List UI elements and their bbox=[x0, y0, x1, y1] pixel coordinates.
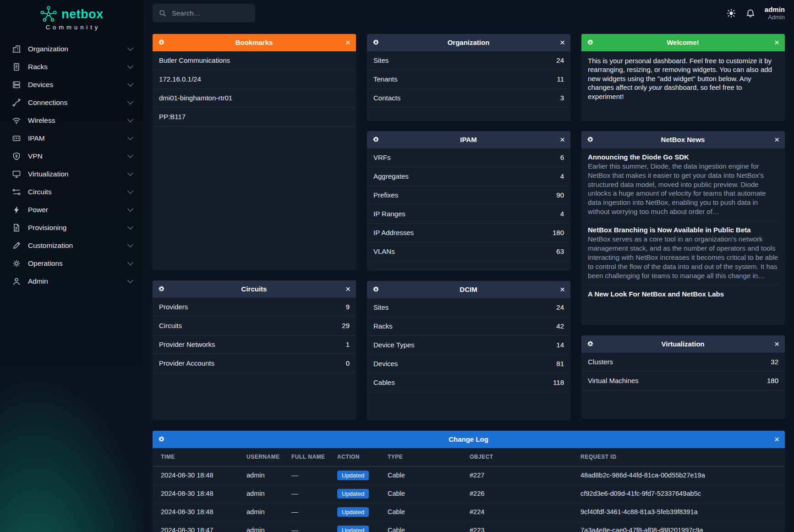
stat-row[interactable]: Providers9 bbox=[153, 298, 356, 317]
changelog-time-link[interactable]: 2024-08-30 18:47 bbox=[153, 521, 246, 532]
brand[interactable]: netbox Community bbox=[0, 0, 143, 31]
changelog-time-link[interactable]: 2024-08-30 18:48 bbox=[153, 484, 246, 503]
widget-config-icon[interactable] bbox=[372, 136, 379, 143]
close-icon[interactable]: × bbox=[343, 38, 350, 47]
user-menu[interactable]: admin Admin bbox=[765, 5, 785, 21]
stat-row[interactable]: Devices81 bbox=[367, 355, 570, 373]
sidebar-item-label: Circuits bbox=[28, 188, 128, 196]
close-icon[interactable]: × bbox=[558, 38, 565, 47]
column-header-requestid: REQUEST ID bbox=[580, 448, 785, 466]
changelog-username: admin bbox=[246, 484, 291, 503]
changelog-request-link[interactable]: 7a3a4e8e-cae0-47f8-af08-d88201997c9a bbox=[580, 521, 785, 532]
stat-value: 4 bbox=[560, 210, 564, 218]
stat-row[interactable]: Circuits29 bbox=[153, 317, 356, 335]
close-icon[interactable]: × bbox=[558, 285, 565, 294]
changelog-header-row: TIME USERNAME FULL NAME ACTION TYPE OBJE… bbox=[153, 448, 785, 466]
close-icon[interactable]: × bbox=[772, 435, 779, 444]
news-title-link[interactable]: Announcing the Diode Go SDK bbox=[588, 153, 778, 161]
changelog-request-link[interactable]: 9cf40fdf-3461-4c88-81a3-5feb39f8391a bbox=[580, 503, 785, 521]
stat-row[interactable]: Provider Accounts0 bbox=[153, 354, 356, 373]
sidebar-item-connections[interactable]: Connections bbox=[0, 93, 143, 111]
close-icon[interactable]: × bbox=[772, 135, 779, 144]
connections-icon bbox=[12, 98, 21, 107]
sidebar-item-customization[interactable]: Customization bbox=[0, 236, 143, 254]
stat-row[interactable]: Prefixes90 bbox=[367, 186, 570, 205]
netbox-news-widget: NetBox News × Announcing the Diode Go SD… bbox=[581, 131, 785, 325]
operations-icon bbox=[12, 259, 21, 268]
widget-config-icon[interactable] bbox=[158, 285, 165, 292]
changelog-request-link[interactable]: 48ad8b2c-986d-44fd-81ca-00d55b27e19a bbox=[580, 466, 785, 484]
search-box[interactable] bbox=[153, 4, 255, 22]
virtualization-icon bbox=[12, 170, 21, 179]
news-title-link[interactable]: A New Look For NetBox and NetBox Labs bbox=[588, 290, 778, 298]
widget-config-icon[interactable] bbox=[587, 340, 594, 347]
close-icon[interactable]: × bbox=[343, 285, 350, 293]
stat-row[interactable]: Device Types14 bbox=[367, 336, 570, 355]
changelog-object-link[interactable]: #226 bbox=[470, 484, 580, 503]
stat-row[interactable]: VRFs6 bbox=[367, 148, 570, 167]
circuits-icon bbox=[12, 187, 21, 197]
stat-row[interactable]: Virtual Machines180 bbox=[581, 372, 785, 390]
stat-row[interactable]: Contacts3 bbox=[367, 89, 570, 108]
stat-row[interactable]: Provider Networks1 bbox=[153, 335, 356, 354]
sidebar-nav: Organization Racks Devices Connections W bbox=[0, 40, 143, 290]
widget-config-icon[interactable] bbox=[372, 39, 379, 46]
changelog-object-link[interactable]: #223 bbox=[470, 521, 580, 532]
sidebar-item-virtualization[interactable]: Virtualization bbox=[0, 165, 143, 183]
close-icon[interactable]: × bbox=[772, 340, 779, 348]
bookmarks-widget: Bookmarks × Butler Communications 172.16… bbox=[153, 34, 356, 270]
bookmark-link[interactable]: PP:B117 bbox=[153, 108, 356, 126]
changelog-time-link[interactable]: 2024-08-30 18:48 bbox=[153, 503, 246, 521]
sidebar-item-racks[interactable]: Racks bbox=[0, 58, 143, 76]
widget-config-icon[interactable] bbox=[587, 39, 594, 46]
stat-row[interactable]: IP Ranges4 bbox=[367, 205, 570, 224]
stat-label: Contacts bbox=[373, 94, 400, 102]
sidebar-item-devices[interactable]: Devices bbox=[0, 76, 143, 93]
widget-config-icon[interactable] bbox=[158, 436, 165, 443]
close-icon[interactable]: × bbox=[772, 38, 779, 47]
bookmark-link[interactable]: dmi01-binghamton-rtr01 bbox=[153, 89, 356, 108]
changelog-request-link[interactable]: cf92d3e6-d09d-41fc-9fd7-52337649ab5c bbox=[580, 484, 785, 503]
sidebar-item-wireless[interactable]: Wireless bbox=[0, 111, 143, 129]
theme-toggle-button[interactable] bbox=[726, 8, 736, 18]
changelog-object-link[interactable]: #227 bbox=[470, 466, 580, 484]
stat-row[interactable]: Cables118 bbox=[367, 373, 570, 392]
stat-row[interactable]: VLANs63 bbox=[367, 242, 570, 261]
stat-row[interactable]: Racks42 bbox=[367, 317, 570, 336]
news-title-link[interactable]: NetBox Branching is Now Available in Pub… bbox=[588, 226, 778, 234]
sidebar-item-label: Devices bbox=[28, 81, 128, 89]
stat-row[interactable]: Sites24 bbox=[367, 51, 570, 70]
stat-row[interactable]: Aggregates4 bbox=[367, 167, 570, 186]
close-icon[interactable]: × bbox=[558, 135, 565, 144]
widget-config-icon[interactable] bbox=[587, 136, 594, 143]
stat-value: 42 bbox=[556, 322, 564, 330]
sidebar-item-provisioning[interactable]: Provisioning bbox=[0, 219, 143, 236]
sidebar-item-label: Customization bbox=[28, 241, 128, 250]
sidebar-item-operations[interactable]: Operations bbox=[0, 254, 143, 272]
stat-row[interactable]: Tenants11 bbox=[367, 70, 570, 89]
sidebar-item-admin[interactable]: Admin bbox=[0, 272, 143, 290]
sidebar-item-circuits[interactable]: Circuits bbox=[0, 183, 143, 201]
bookmark-link[interactable]: 172.16.0.1/24 bbox=[153, 70, 356, 89]
widget-config-icon[interactable] bbox=[372, 286, 379, 293]
stat-row[interactable]: Clusters32 bbox=[581, 353, 785, 372]
sidebar-item-vpn[interactable]: VPN bbox=[0, 147, 143, 165]
bell-icon bbox=[745, 8, 756, 18]
notifications-button[interactable] bbox=[745, 8, 756, 18]
sidebar-item-power[interactable]: Power bbox=[0, 201, 143, 219]
changelog-row: 2024-08-30 18:48 admin — Updated Cable #… bbox=[153, 503, 785, 521]
stat-row[interactable]: IP Addresses180 bbox=[367, 224, 570, 242]
bookmark-link[interactable]: Butler Communications bbox=[153, 51, 356, 70]
chevron-down-icon bbox=[127, 206, 133, 212]
sidebar-item-ipam[interactable]: IPAM bbox=[0, 129, 143, 147]
changelog-object-link[interactable]: #224 bbox=[470, 503, 580, 521]
stat-value: 90 bbox=[556, 191, 564, 199]
welcome-widget: Welcome! × This is your personal dashboa… bbox=[581, 34, 785, 121]
stat-row[interactable]: Sites24 bbox=[367, 298, 570, 317]
changelog-time-link[interactable]: 2024-08-30 18:48 bbox=[153, 466, 246, 484]
search-input[interactable] bbox=[171, 9, 264, 17]
organization-icon bbox=[12, 44, 21, 54]
widget-title: DCIM bbox=[379, 285, 558, 293]
sidebar-item-organization[interactable]: Organization bbox=[0, 40, 143, 58]
widget-config-icon[interactable] bbox=[158, 39, 165, 46]
